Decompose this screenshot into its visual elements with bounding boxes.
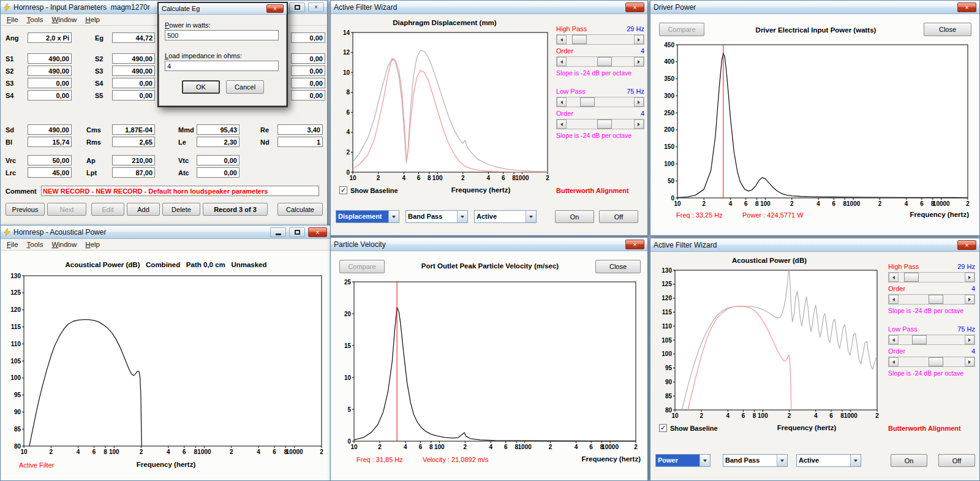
slider-track[interactable]	[567, 119, 634, 129]
param-field-atc[interactable]: 0,00	[197, 167, 239, 178]
param-field-lrc[interactable]: 45,00	[28, 167, 72, 178]
slider-right-arrow-icon[interactable]	[965, 295, 974, 304]
param-field-s5[interactable]: 0,00	[112, 90, 155, 100]
param-field-s2[interactable]: 490,00	[28, 66, 72, 76]
show-baseline-checkbox[interactable]: ✓	[659, 424, 667, 432]
slider-left-arrow-icon[interactable]	[889, 357, 899, 366]
chevron-down-icon[interactable]	[526, 211, 536, 222]
low-pass-order-slider[interactable]	[888, 357, 975, 367]
chevron-down-icon[interactable]	[699, 455, 710, 466]
comment-field[interactable]: NEW RECORD - NEW RECORD - Default horn l…	[41, 186, 319, 196]
add-button[interactable]: Add	[127, 203, 160, 216]
maximize-button[interactable]	[289, 227, 305, 237]
menu-window[interactable]: Window	[47, 240, 81, 249]
slider-track[interactable]	[899, 273, 965, 282]
slider-thumb[interactable]	[912, 335, 927, 344]
slider-track[interactable]	[899, 335, 965, 344]
high-pass-order-slider[interactable]	[888, 294, 975, 305]
compare-button[interactable]: Compare	[339, 260, 385, 273]
slider-track[interactable]	[567, 35, 634, 44]
impedance-input[interactable]: 4	[165, 61, 279, 71]
menu-window[interactable]: Window	[47, 15, 81, 25]
filter-type-combo[interactable]: Band Pass	[723, 454, 788, 467]
param-field-s3b[interactable]: 490,00	[112, 66, 155, 76]
param-field-extra-5[interactable]: 0,00	[291, 90, 325, 100]
param-field-s2b[interactable]: 490,00	[112, 53, 155, 64]
slider-thumb[interactable]	[572, 35, 587, 44]
slider-track[interactable]	[567, 97, 634, 107]
low-pass-order-slider[interactable]	[556, 119, 644, 129]
param-field-mmd[interactable]: 95,43	[197, 124, 239, 135]
param-field-s1[interactable]: 490,00	[28, 53, 72, 64]
close-chart-button[interactable]: Close	[924, 23, 971, 36]
next-button[interactable]: Next	[47, 203, 86, 216]
filter-mode-combo[interactable]: Active	[474, 210, 537, 223]
param-field-le[interactable]: 2,30	[197, 137, 239, 147]
param-field-s4[interactable]: 0,00	[28, 90, 72, 100]
param-field-eg[interactable]: 44,72	[112, 32, 155, 43]
param-field-vtc[interactable]: 0,00	[197, 155, 239, 165]
slider-thumb[interactable]	[597, 57, 612, 66]
chevron-down-icon[interactable]	[850, 455, 861, 466]
slider-left-arrow-icon[interactable]	[889, 335, 899, 344]
power-input[interactable]: 500	[165, 30, 279, 40]
slider-left-arrow-icon[interactable]	[889, 273, 899, 282]
slider-right-arrow-icon[interactable]	[965, 335, 974, 344]
calculate-button[interactable]: Calculate	[277, 203, 323, 216]
off-button[interactable]: Off	[938, 454, 975, 467]
chevron-down-icon[interactable]	[457, 211, 467, 222]
result-type-combo[interactable]: Displacement	[336, 210, 399, 223]
slider-right-arrow-icon[interactable]	[634, 97, 644, 107]
close-button[interactable]: ×	[308, 2, 324, 12]
param-field-s3[interactable]: 0,00	[28, 78, 72, 88]
menu-file[interactable]: File	[2, 15, 23, 25]
menu-help[interactable]: Help	[81, 15, 104, 25]
param-field-cms[interactable]: 1,87E-04	[112, 124, 155, 135]
close-button[interactable]: ×	[957, 2, 976, 12]
param-field-extra-2[interactable]: 0,00	[291, 53, 325, 64]
result-type-combo[interactable]: Power	[655, 454, 710, 467]
filter-type-combo[interactable]: Band Pass	[405, 210, 468, 223]
off-button[interactable]: Off	[599, 210, 638, 223]
minimize-button[interactable]	[270, 227, 286, 237]
chevron-down-icon[interactable]	[777, 455, 787, 466]
slider-track[interactable]	[899, 295, 965, 304]
slider-thumb[interactable]	[929, 357, 943, 366]
menu-tools[interactable]: Tools	[23, 240, 48, 249]
filter-mode-combo[interactable]: Active	[796, 454, 861, 467]
close-chart-button[interactable]: Close	[595, 260, 641, 273]
slider-right-arrow-icon[interactable]	[634, 57, 644, 66]
compare-button[interactable]: Compare	[659, 23, 704, 36]
param-field-extra-3[interactable]: 0,00	[291, 66, 325, 76]
param-field-lpt[interactable]: 87,00	[112, 167, 155, 178]
param-field-ang[interactable]: 2,0 x Pi	[28, 32, 72, 43]
menu-file[interactable]: File	[2, 240, 23, 249]
chevron-down-icon[interactable]	[388, 211, 399, 222]
close-button[interactable]: ×	[625, 240, 644, 249]
param-field-vrc[interactable]: 50,00	[28, 155, 72, 165]
param-field-extra-4[interactable]: 0,00	[291, 78, 325, 88]
close-button[interactable]: ×	[266, 4, 284, 13]
slider-thumb[interactable]	[904, 273, 919, 282]
high-pass-order-slider[interactable]	[556, 56, 644, 67]
param-field-rms[interactable]: 2,65	[112, 137, 155, 147]
high-pass-slider[interactable]	[556, 34, 644, 45]
show-baseline-checkbox[interactable]: ✓	[339, 186, 347, 194]
menu-tools[interactable]: Tools	[23, 15, 48, 25]
param-field-ap[interactable]: 210,00	[112, 155, 155, 165]
slider-right-arrow-icon[interactable]	[634, 119, 644, 129]
slider-left-arrow-icon[interactable]	[557, 35, 567, 44]
cancel-button[interactable]: Cancel	[226, 80, 264, 94]
slider-left-arrow-icon[interactable]	[557, 97, 567, 107]
on-button[interactable]: On	[891, 454, 927, 467]
high-pass-slider[interactable]	[888, 272, 975, 282]
slider-track[interactable]	[899, 357, 965, 366]
ok-button[interactable]: OK	[182, 80, 220, 94]
delete-button[interactable]: Delete	[162, 203, 200, 216]
on-button[interactable]: On	[555, 210, 594, 223]
slider-left-arrow-icon[interactable]	[889, 295, 899, 304]
param-field-extra-1[interactable]: 0,00	[291, 32, 325, 43]
menu-help[interactable]: Help	[81, 240, 104, 249]
slider-right-arrow-icon[interactable]	[965, 357, 974, 366]
param-field-s4b[interactable]: 0,00	[112, 78, 155, 88]
